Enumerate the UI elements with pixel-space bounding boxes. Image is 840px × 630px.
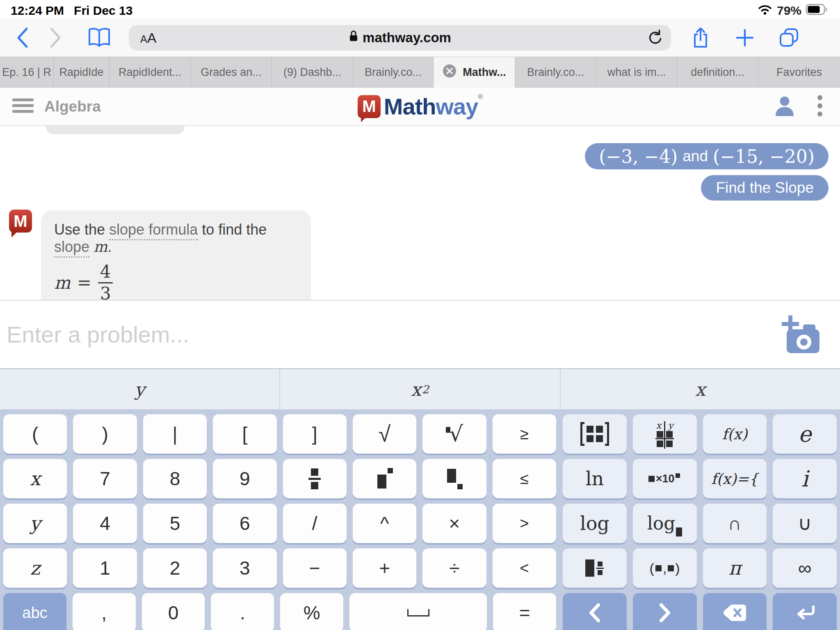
forward-button[interactable] xyxy=(43,25,67,50)
chat-area: (−3, −4) and (−15, −20) Find the Slope M… xyxy=(0,126,840,300)
refresh-button[interactable] xyxy=(646,29,664,48)
key-exponent[interactable] xyxy=(353,459,416,498)
key-piecewise[interactable]: f(x)={ xyxy=(703,459,767,498)
keyboard-tab-x2[interactable]: x2 xyxy=(280,369,560,409)
key-multiply[interactable]: × xyxy=(422,504,486,543)
key-digit-2[interactable]: 2 xyxy=(143,548,207,588)
key-infinity[interactable]: ∞ xyxy=(773,548,837,588)
back-button[interactable] xyxy=(10,25,34,50)
key-abc[interactable]: abc xyxy=(3,593,66,630)
key-digit-1[interactable]: 1 xyxy=(73,548,137,588)
browser-tab-3[interactable]: RapidIdent... xyxy=(110,57,191,88)
key-greater-than[interactable]: > xyxy=(493,504,556,543)
key-digit-5[interactable]: 5 xyxy=(143,504,207,543)
glossary-link[interactable]: slope formula xyxy=(109,221,198,240)
account-button[interactable] xyxy=(774,95,796,119)
key-divide[interactable]: ÷ xyxy=(422,548,486,588)
status-bar: 12:24 PM Fri Dec 13 79% xyxy=(0,0,840,19)
key-var-x[interactable]: x xyxy=(3,459,67,498)
browser-tab-8[interactable]: Brainly.co... xyxy=(515,57,596,88)
key-plus[interactable]: + xyxy=(353,548,416,588)
key-sqrt[interactable]: √ xyxy=(353,414,416,454)
browser-tab-9[interactable]: what is im... xyxy=(596,57,677,88)
problem-input[interactable]: Enter a problem... xyxy=(7,321,189,348)
key-open-bracket[interactable]: [ xyxy=(213,414,276,454)
key-log-base[interactable]: log xyxy=(633,504,697,543)
key-backspace[interactable] xyxy=(703,593,767,630)
browser-tab-5[interactable]: (9) Dashb... xyxy=(272,57,353,88)
key-close-bracket[interactable]: ] xyxy=(283,414,347,454)
key-log[interactable]: log xyxy=(563,504,627,543)
key-decimal-point[interactable]: . xyxy=(211,593,274,630)
key-var-y[interactable]: y xyxy=(3,504,67,543)
address-bar[interactable]: AA mathway.com xyxy=(129,25,671,50)
key-open-paren[interactable]: ( xyxy=(3,414,67,454)
subject-selector[interactable]: Algebra xyxy=(44,98,101,115)
key-close-paren[interactable]: ) xyxy=(73,414,137,454)
key-natural-log[interactable]: ln xyxy=(563,459,627,498)
key-digit-9[interactable]: 9 xyxy=(213,459,276,498)
key-percent[interactable]: % xyxy=(280,593,343,630)
key-less-equal[interactable]: ≤ xyxy=(493,459,556,498)
browser-tab-11[interactable]: Favorites xyxy=(758,57,840,88)
key-fraction[interactable] xyxy=(283,459,347,498)
key-space[interactable] xyxy=(349,593,487,630)
key-greater-equal[interactable]: ≥ xyxy=(493,414,556,454)
key-cursor-left[interactable] xyxy=(563,593,627,630)
key-slash[interactable]: / xyxy=(283,504,347,543)
bookmarks-button[interactable] xyxy=(87,25,112,50)
key-digit-0[interactable]: 0 xyxy=(142,593,205,630)
key-pi[interactable]: π xyxy=(703,548,767,588)
reply-equation: m = 4 3 xyxy=(54,263,298,303)
key-var-z[interactable]: z xyxy=(3,548,67,588)
key-intersection[interactable]: ∩ xyxy=(703,504,767,543)
browser-tab-7[interactable]: Mathw... xyxy=(434,57,515,88)
key-digit-8[interactable]: 8 xyxy=(143,459,207,498)
key-digit-6[interactable]: 6 xyxy=(213,504,276,543)
new-tab-button[interactable] xyxy=(733,25,757,50)
key-matrix[interactable] xyxy=(563,414,627,454)
key-union[interactable]: ∪ xyxy=(773,504,837,543)
keyboard-tab-y[interactable]: y xyxy=(0,369,280,409)
keyboard-tabs: yx2x xyxy=(0,368,840,409)
previous-message-stub xyxy=(46,126,185,134)
key-digit-4[interactable]: 4 xyxy=(73,504,137,543)
glossary-link[interactable]: slope xyxy=(54,238,89,258)
key-subscript[interactable] xyxy=(422,459,486,498)
key-table-xy[interactable]: xy xyxy=(633,414,697,454)
more-menu-button[interactable] xyxy=(817,94,823,119)
key-mixed-number[interactable] xyxy=(563,548,627,588)
camera-upload-button[interactable] xyxy=(779,315,820,355)
mathway-avatar: M xyxy=(9,210,32,233)
key-less-than[interactable]: < xyxy=(493,548,556,588)
key-euler-e[interactable]: e xyxy=(773,414,837,454)
key-digit-7[interactable]: 7 xyxy=(73,459,137,498)
url-text: mathway.com xyxy=(363,30,451,46)
key-enter[interactable] xyxy=(773,593,837,630)
key-point[interactable]: (,) xyxy=(633,548,697,588)
camera-icon xyxy=(797,335,811,349)
key-equals[interactable]: = xyxy=(493,593,556,630)
key-nth-root[interactable]: √ xyxy=(422,414,486,454)
key-caret[interactable]: ^ xyxy=(353,504,416,543)
key-comma[interactable]: , xyxy=(73,593,136,630)
key-minus[interactable]: − xyxy=(283,548,347,588)
menu-button[interactable] xyxy=(12,97,34,116)
browser-tab-2[interactable]: RapidIde xyxy=(54,57,110,88)
browser-tab-6[interactable]: Brainly.co... xyxy=(353,57,434,88)
mathway-logo-icon: M xyxy=(358,95,381,118)
problem-input-row: Enter a problem... xyxy=(0,300,840,368)
browser-tab-1[interactable]: Ep. 16 | R xyxy=(0,57,54,88)
key-sci-notation[interactable]: ×10 xyxy=(633,459,697,498)
key-pipe[interactable]: | xyxy=(143,414,207,454)
share-button[interactable] xyxy=(688,25,713,50)
browser-tab-10[interactable]: definition... xyxy=(677,57,758,88)
key-cursor-right[interactable] xyxy=(633,593,697,630)
tabs-overview-button[interactable] xyxy=(777,25,801,50)
close-tab-icon[interactable] xyxy=(442,64,457,81)
keyboard-tab-x[interactable]: x xyxy=(561,369,840,409)
browser-tab-4[interactable]: Grades an... xyxy=(191,57,272,88)
key-function-fx[interactable]: f(x) xyxy=(703,414,767,454)
key-imaginary-i[interactable]: i xyxy=(773,459,837,498)
key-digit-3[interactable]: 3 xyxy=(213,548,276,588)
